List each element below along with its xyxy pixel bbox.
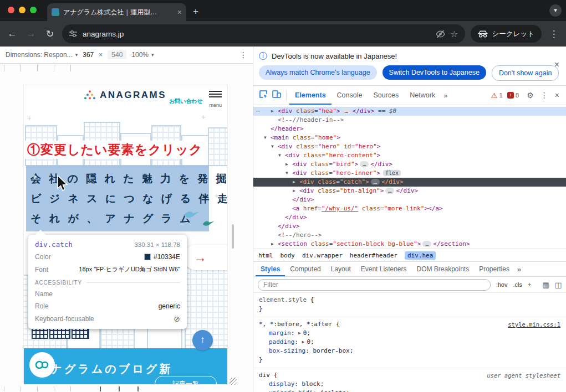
dom-tree-row[interactable]: ▶<div class="bird">…</div> — [253, 160, 566, 169]
css-property-row[interactable]: padding: ▶0; — [259, 338, 560, 347]
devtools-close-icon[interactable]: × — [552, 91, 563, 100]
viewport-height-field[interactable]: 540 — [108, 50, 126, 59]
dimensions-dropdown[interactable]: Dimensions: Respon... — [6, 51, 73, 59]
expand-arrow-icon[interactable]: ▶ — [293, 178, 299, 187]
devtools-settings-icon[interactable]: ⚙ — [523, 91, 537, 100]
dom-tree-row[interactable]: ⋯▶<div class="hea">…</div> == $0 — [253, 107, 566, 116]
collapsed-content-ellipsis[interactable]: … — [371, 179, 380, 185]
class-toggle[interactable]: .cls — [513, 281, 522, 288]
expand-arrow-icon[interactable]: ▶ — [285, 160, 292, 169]
dom-tree-row[interactable]: <!--/hero--> — [253, 231, 566, 240]
styles-tab-styles[interactable]: Styles — [256, 262, 285, 276]
infobar-close-icon[interactable]: × — [554, 60, 559, 70]
eye-off-icon[interactable] — [436, 29, 445, 39]
bookmark-star-icon[interactable]: ☆ — [450, 29, 458, 39]
match-language-button[interactable]: Always match Chrome's language — [259, 65, 377, 80]
dom-tree-row[interactable]: <!--//header-in--> — [253, 116, 566, 125]
new-style-rule-button[interactable]: + — [528, 281, 531, 288]
expand-arrow-icon[interactable]: ▶ — [293, 187, 299, 195]
breadcrumb-item[interactable]: header#header — [350, 252, 397, 259]
collapsed-content-ellipsis[interactable]: … — [422, 241, 431, 247]
more-tabs-icon[interactable]: » — [441, 91, 450, 100]
dom-tree-row[interactable]: ▶<section class="section-block bg-blue">… — [253, 240, 566, 249]
expand-shorthand-icon[interactable]: ▶ — [298, 331, 301, 336]
browser-tab[interactable]: アナグラム株式会社｜運用型広告 × — [47, 3, 186, 21]
styles-tab-layout[interactable]: Layout — [326, 262, 356, 276]
expand-shorthand-icon[interactable]: ▶ — [302, 339, 305, 344]
expand-arrow-icon[interactable]: ▼ — [264, 133, 271, 142]
expand-arrow-icon[interactable]: ▼ — [278, 151, 285, 160]
dom-tree-row[interactable]: ▼<div class="hero-inner">flex — [253, 169, 566, 178]
issues-counter[interactable]: ! 8 — [507, 92, 519, 99]
devtools-tab-elements[interactable]: Elements — [289, 86, 332, 105]
dom-tree-row[interactable]: </div> — [253, 222, 566, 231]
dom-tree-row[interactable]: ▶<div class="catch">…</div> — [253, 178, 566, 187]
minimize-window-button[interactable] — [19, 7, 26, 13]
more-style-tabs-icon[interactable]: » — [514, 265, 524, 274]
inspected-element-highlight[interactable]: 会 社 の 隠 れ た 魅 力 を 発 掘 し ビ ジ ネ ス に つ な げ … — [26, 166, 209, 231]
css-property-row[interactable]: margin: ▶0; — [259, 329, 560, 338]
scroll-to-top-button[interactable]: ↑ — [192, 330, 213, 350]
pseudo-state-toggle[interactable]: :hov — [496, 281, 508, 288]
new-tab-button[interactable]: + — [193, 6, 198, 17]
address-bar[interactable]: anagrams.jp ☆ — [62, 24, 465, 43]
dom-tree-row[interactable]: ▼<main class="home"> — [253, 133, 566, 142]
expand-arrow-icon[interactable]: ▶ — [271, 107, 278, 116]
zoom-dropdown[interactable]: 100% — [131, 51, 149, 59]
devtools-kebab-icon[interactable]: ⋮ — [537, 91, 552, 100]
device-toolbar-toggle-icon[interactable] — [270, 90, 283, 101]
device-toolbar-kebab-icon[interactable]: ⋮ — [239, 50, 247, 59]
css-selector[interactable]: element.style — [259, 296, 307, 303]
computed-sidebar-toggle-icon[interactable]: ◫ — [555, 281, 562, 289]
breadcrumb-item[interactable]: div.hea — [405, 251, 436, 260]
css-selector[interactable]: div — [259, 372, 270, 379]
expand-arrow-icon[interactable]: ▼ — [271, 142, 278, 151]
switch-japanese-button[interactable]: Switch DevTools to Japanese — [383, 65, 486, 80]
zoom-window-button[interactable] — [30, 7, 37, 13]
inspect-element-icon[interactable] — [257, 90, 270, 101]
css-property-row[interactable]: display: block; — [259, 380, 560, 389]
tab-close-icon[interactable]: × — [177, 8, 182, 16]
collapsed-content-ellipsis[interactable]: … — [342, 108, 351, 114]
dom-tree-row[interactable]: </div> — [253, 213, 566, 222]
forward-button[interactable]: → — [24, 28, 38, 39]
site-logo[interactable]: ANAGRAMS — [83, 90, 166, 101]
dont-show-again-button[interactable]: Don't show again — [492, 65, 559, 81]
styles-tab-dom-breakpoints[interactable]: DOM Breakpoints — [411, 262, 474, 276]
breadcrumb-item[interactable]: html — [258, 252, 273, 259]
dom-tree-row[interactable]: ▼<div class="hero" id="hero"> — [253, 142, 566, 151]
css-property-row[interactable]: box-sizing: border-box; — [259, 347, 560, 355]
dom-tree-row[interactable]: ▼<div class="hero-content"> — [253, 151, 566, 160]
dom-tree-row[interactable]: </header> — [253, 125, 566, 133]
styles-tab-event-listeners[interactable]: Event Listeners — [356, 262, 412, 276]
breadcrumb-item[interactable]: div.wrapper — [302, 252, 343, 259]
tune-icon[interactable] — [69, 29, 78, 38]
resize-grip[interactable] — [230, 378, 237, 385]
url-text[interactable]: anagrams.jp — [83, 30, 124, 38]
expand-arrow-icon[interactable]: ▼ — [285, 169, 292, 178]
dom-href-link[interactable]: "/why-us/" — [322, 205, 358, 212]
devtools-tab-network[interactable]: Network — [404, 86, 441, 105]
browser-menu-kebab-icon[interactable]: ⋮ — [547, 28, 560, 40]
styles-filter-input[interactable] — [258, 279, 491, 291]
expand-arrow-icon[interactable]: ▶ — [271, 240, 278, 249]
dom-tree-row[interactable]: </div> — [253, 195, 566, 204]
flex-badge[interactable]: flex — [383, 170, 401, 176]
css-selector[interactable]: *, *:before, *:after — [259, 321, 332, 328]
breadcrumb-item[interactable]: body — [281, 252, 295, 259]
rendering-grid-icon[interactable]: ▦ — [542, 281, 549, 289]
back-button[interactable]: ← — [6, 28, 19, 39]
devtools-tab-sources[interactable]: Sources — [368, 86, 404, 105]
error-counter[interactable]: ⚠ 1 — [491, 91, 503, 100]
article-list-button[interactable]: 記事一覧 — [155, 376, 217, 384]
collapsed-content-ellipsis[interactable]: … — [360, 161, 369, 167]
css-property-row[interactable]: unicode-bidi: isolate; — [259, 389, 560, 392]
dom-tree-row[interactable]: ▶<div class="btn-align">…</div> — [253, 187, 566, 195]
viewport-width-field[interactable]: 367 — [83, 51, 94, 59]
collapsed-content-ellipsis[interactable]: … — [385, 188, 394, 194]
cta-button[interactable]: → — [183, 245, 227, 270]
pane-scrollbar[interactable] — [232, 224, 234, 249]
devtools-tab-console[interactable]: Console — [332, 86, 368, 105]
styles-tab-properties[interactable]: Properties — [474, 262, 514, 276]
close-window-button[interactable] — [8, 7, 14, 13]
